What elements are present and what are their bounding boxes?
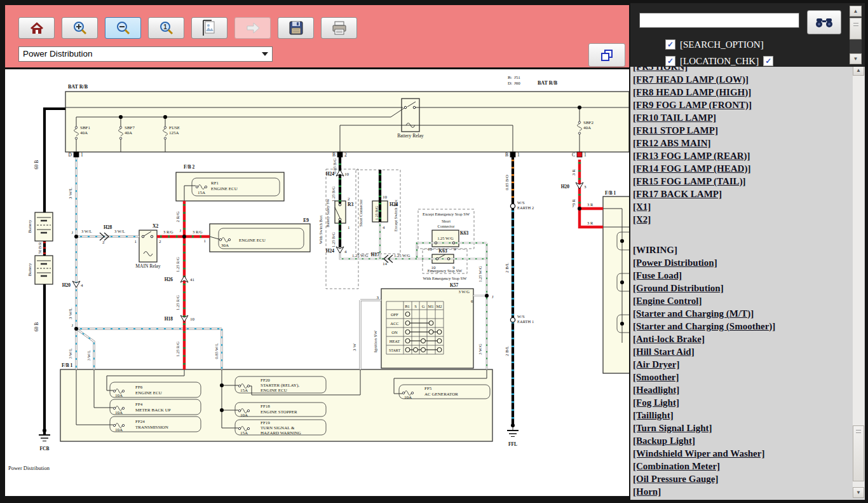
nav-link[interactable]: [Windshield Wiper and Washer] xyxy=(633,447,851,460)
panel-scroll-up[interactable]: ▲ xyxy=(850,6,862,17)
forward-button[interactable] xyxy=(234,17,271,39)
nav-link[interactable]: [Fog Light] xyxy=(633,396,851,409)
svg-text:Connector: Connector xyxy=(437,224,455,228)
nav-link[interactable]: [Hill Start Aid] xyxy=(633,345,851,358)
nav-link[interactable]: [Taillight] xyxy=(633,409,851,422)
list-scroll-thumb[interactable] xyxy=(853,425,864,481)
svg-text:J: J xyxy=(71,323,73,327)
svg-text:K63: K63 xyxy=(438,248,447,254)
nav-link[interactable]: [FR10 TAIL LAMP] xyxy=(633,111,851,124)
nav-link[interactable]: [Starter and Charging (Smoother)] xyxy=(633,320,851,333)
nav-link[interactable]: [FR9 FOG LAMP (FRONT)] xyxy=(633,99,851,111)
nav-link[interactable]: [Headlight] xyxy=(633,383,851,396)
svg-text:ENGINE ECU: ENGINE ECU xyxy=(261,388,287,393)
nav-link[interactable]: [FR8 HEAD LAMP (HIGH)] xyxy=(633,86,851,99)
search-input[interactable] xyxy=(639,13,799,28)
svg-text:K57: K57 xyxy=(450,282,459,288)
svg-text:10: 10 xyxy=(190,317,195,322)
svg-text:Battery Relay: Battery Relay xyxy=(397,133,424,139)
nav-link[interactable]: [Oil Pressure Gauge] xyxy=(633,472,851,485)
svg-text:2 B/L: 2 B/L xyxy=(505,346,510,356)
svg-text:10: 10 xyxy=(344,172,349,177)
page-preview-icon xyxy=(201,20,218,36)
svg-text:H24: H24 xyxy=(326,248,335,254)
zoom-out-button[interactable] xyxy=(105,17,141,39)
svg-text:1.25 W/G: 1.25 W/G xyxy=(394,253,410,258)
svg-text:AC GENERATOR: AC GENERATOR xyxy=(424,392,458,397)
print-button[interactable] xyxy=(321,17,357,39)
svg-text:SBF7: SBF7 xyxy=(125,125,135,130)
search-option-checkbox[interactable]: ✓ xyxy=(665,39,675,50)
panel-scrollbar[interactable]: ▲ ▼ xyxy=(850,6,862,64)
diagram-canvas[interactable]: BAT R/BB:J51D:J60BAT R/BSBF140ASBF740AFU… xyxy=(5,69,629,496)
svg-text:41: 41 xyxy=(190,277,195,282)
svg-text:10: 10 xyxy=(383,195,388,200)
list-scrollbar[interactable]: ▲ ▼ xyxy=(853,65,864,498)
svg-text:J: J xyxy=(492,294,494,299)
nav-link[interactable]: [FR17 BACK LAMP] xyxy=(633,188,851,200)
nav-link[interactable]: [Fuse Load] xyxy=(633,269,851,282)
nav-link[interactable]: [FR15 FOG LAMP (TAIL)] xyxy=(633,175,851,188)
new-window-button[interactable] xyxy=(588,43,625,67)
zoom-in-button[interactable] xyxy=(62,17,98,39)
panel-scroll-thumb[interactable] xyxy=(850,18,862,39)
nav-link[interactable]: [Engine Control] xyxy=(633,294,851,307)
svg-text:60 B: 60 B xyxy=(34,160,39,169)
panel-scroll-down[interactable]: ▼ xyxy=(850,53,862,64)
nav-link[interactable]: [Ground Distribution] xyxy=(633,282,851,294)
svg-text:G: G xyxy=(422,304,425,308)
svg-text:1: 1 xyxy=(204,238,207,244)
nav-link[interactable]: [X2] xyxy=(633,213,851,226)
nav-link[interactable]: [FR12 ABS MAIN] xyxy=(633,137,851,149)
sidebar: [FR3 HORN][FR7 HEAD LAMP (LOW)][FR8 HEAD… xyxy=(630,3,865,500)
nav-link[interactable]: [Combination Meter] xyxy=(633,460,851,472)
svg-text:3 R/G: 3 R/G xyxy=(163,230,173,234)
nav-link[interactable]: [FR13 FOG LAMP (REAR)] xyxy=(633,149,851,162)
search-button[interactable] xyxy=(807,10,841,34)
page-preview-button[interactable] xyxy=(191,17,227,39)
new-window-icon xyxy=(600,48,614,62)
svg-text:With Emergency Stop SW: With Emergency Stop SW xyxy=(423,276,468,280)
forward-arrow-icon xyxy=(245,22,261,34)
nav-link[interactable]: [X1] xyxy=(633,200,851,213)
svg-text:ENGINE ECU: ENGINE ECU xyxy=(135,390,162,396)
nav-link[interactable]: [Anti-lock Brake] xyxy=(633,333,851,345)
svg-text:10: 10 xyxy=(428,247,433,252)
svg-text:1.25 W/G: 1.25 W/G xyxy=(478,266,482,282)
svg-text:Emergency Stop SW: Emergency Stop SW xyxy=(428,268,463,273)
save-button[interactable] xyxy=(278,17,314,39)
zoom-actual-button[interactable]: 1 xyxy=(148,17,184,39)
nav-link[interactable]: [Horn] xyxy=(633,485,851,498)
zoom-out-icon xyxy=(116,20,131,36)
home-button[interactable] xyxy=(18,17,55,39)
svg-text:F/B 1: F/B 1 xyxy=(62,362,73,368)
toolbar: 1 Power Distribution xyxy=(5,5,629,67)
location-extra-checkbox[interactable]: ✓ xyxy=(763,56,773,66)
svg-text:3 W/L: 3 W/L xyxy=(81,229,92,233)
nav-link[interactable]: [FR7 HEAD LAMP (LOW)] xyxy=(633,73,851,86)
svg-text:2: 2 xyxy=(348,196,350,202)
nav-link[interactable]: [Starter and Charging (M/T)] xyxy=(633,307,851,320)
location-chk-checkbox[interactable]: ✓ xyxy=(665,56,675,66)
list-scroll-down[interactable]: ▼ xyxy=(853,487,864,498)
nav-link[interactable]: [Power Distribution] xyxy=(633,256,851,269)
svg-text:H20: H20 xyxy=(62,282,71,288)
nav-link[interactable]: [FR11 STOP LAMP] xyxy=(633,124,851,137)
app-window: { "toolbar": { "dropdown_value": "Power … xyxy=(0,0,868,503)
svg-text:J: J xyxy=(71,230,73,235)
svg-text:40A: 40A xyxy=(80,130,88,135)
nav-link[interactable]: [Turn Signal Light] xyxy=(633,422,851,434)
nav-link[interactable]: [Air Dryer] xyxy=(633,358,851,371)
nav-link[interactable]: [Backup Light] xyxy=(633,434,851,447)
svg-text:HEAT: HEAT xyxy=(390,339,400,343)
nav-link[interactable]: [FR14 FOG LAMP (HEAD)] xyxy=(633,162,851,175)
diagram-select[interactable]: Power Distribution xyxy=(18,46,273,62)
svg-text:0.85 W/L: 0.85 W/L xyxy=(214,343,219,359)
svg-text:FUSE: FUSE xyxy=(169,125,180,130)
svg-text:9: 9 xyxy=(454,247,456,252)
nav-section-header: [WIRING] xyxy=(633,244,851,256)
svg-text:Ignition SW: Ignition SW xyxy=(373,330,378,352)
svg-text:Short: Short xyxy=(442,219,451,223)
nav-spacer xyxy=(633,226,851,244)
nav-link[interactable]: [Smoother] xyxy=(633,371,851,383)
